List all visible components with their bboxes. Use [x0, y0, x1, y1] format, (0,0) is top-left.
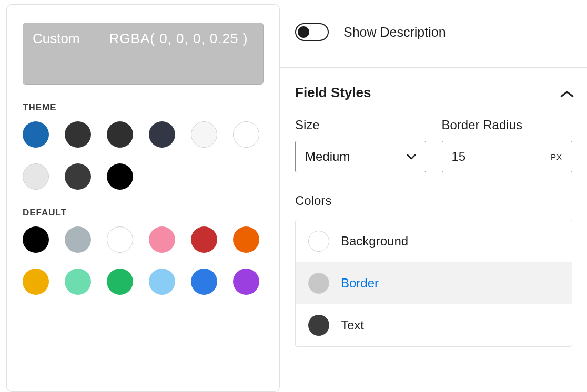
color-swatch[interactable]: [191, 226, 217, 253]
color-item-label: Border: [341, 276, 379, 291]
field-styles-panel-body: Size Medium Border Radius 15 PX: [280, 118, 587, 357]
color-swatch[interactable]: [107, 121, 133, 148]
size-radius-row: Size Medium Border Radius 15 PX: [295, 118, 572, 172]
settings-sidebar: Show Description Field Styles Size Mediu…: [280, 0, 587, 392]
background-ghost: [1, 291, 297, 324]
show-description-label: Show Description: [343, 25, 446, 40]
theme-swatch-grid: [23, 121, 264, 190]
color-swatch[interactable]: [65, 226, 91, 253]
color-swatch[interactable]: [23, 163, 49, 190]
size-select[interactable]: Medium: [295, 141, 426, 172]
color-swatch[interactable]: [107, 163, 133, 190]
theme-section-label: THEME: [23, 102, 264, 113]
color-swatch[interactable]: [107, 226, 133, 253]
color-item-text[interactable]: Text: [296, 304, 572, 346]
field-styles-panel-header[interactable]: Field Styles: [280, 67, 587, 118]
size-field: Size Medium: [295, 118, 426, 172]
toggle-knob: [298, 26, 309, 38]
color-swatch[interactable]: [233, 269, 259, 295]
chevron-down-icon: [407, 154, 416, 160]
color-swatch[interactable]: [149, 226, 175, 253]
color-swatch-icon: [308, 231, 329, 252]
color-swatch[interactable]: [191, 269, 217, 295]
border-radius-label: Border Radius: [442, 118, 573, 132]
color-item-background[interactable]: Background: [296, 220, 572, 262]
color-swatch[interactable]: [107, 269, 133, 295]
color-swatch[interactable]: [23, 269, 49, 295]
color-item-border[interactable]: Border: [296, 262, 572, 304]
colors-label: Colors: [295, 193, 572, 208]
default-section-label: DEFAULT: [23, 208, 264, 218]
color-swatch[interactable]: [23, 121, 49, 148]
show-description-row: Show Description: [280, 0, 587, 67]
colors-panel: BackgroundBorderText: [295, 220, 572, 347]
color-swatch[interactable]: [65, 269, 91, 295]
border-radius-value: 15: [452, 149, 466, 164]
color-item-label: Text: [341, 318, 364, 333]
color-swatch[interactable]: [233, 226, 259, 253]
color-picker-popover: Custom RGBA( 0, 0, 0, 0.25 ) THEME DEFAU…: [6, 4, 280, 392]
color-swatch[interactable]: [149, 269, 175, 295]
border-radius-unit: PX: [551, 152, 562, 161]
custom-value: RGBA( 0, 0, 0, 0.25 ): [109, 30, 248, 47]
color-swatch-icon: [308, 315, 329, 336]
panel-title: Field Styles: [295, 85, 371, 101]
color-swatch-icon: [308, 273, 329, 294]
color-swatch[interactable]: [149, 121, 175, 148]
color-swatch[interactable]: [23, 226, 49, 253]
size-label: Size: [295, 118, 426, 132]
color-swatch[interactable]: [65, 163, 91, 190]
color-swatch[interactable]: [233, 121, 259, 148]
color-swatch[interactable]: [191, 121, 217, 148]
size-value: Medium: [305, 149, 350, 164]
color-swatch[interactable]: [65, 121, 91, 148]
border-radius-input[interactable]: 15 PX: [442, 141, 573, 172]
show-description-toggle[interactable]: [295, 23, 329, 41]
default-swatch-grid: [23, 226, 264, 295]
custom-label: Custom: [33, 30, 80, 47]
custom-color-swatch[interactable]: Custom RGBA( 0, 0, 0, 0.25 ): [23, 23, 264, 85]
color-item-label: Background: [341, 234, 408, 249]
border-radius-field: Border Radius 15 PX: [442, 118, 573, 172]
chevron-up-icon: [560, 86, 574, 100]
